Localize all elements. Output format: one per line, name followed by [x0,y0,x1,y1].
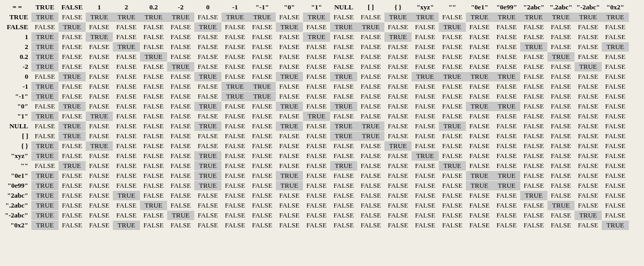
truth-cell: FALSE [249,171,276,180]
truth-cell: FALSE [167,42,194,52]
truth-cell: FALSE [357,141,384,151]
truth-cell: FALSE [575,131,602,141]
truth-cell: FALSE [330,82,357,91]
truth-cell: FALSE [412,82,439,91]
truth-cell: FALSE [221,181,249,190]
truth-cell: FALSE [140,92,167,101]
truth-cell: TRUE [357,22,384,32]
truth-cell: FALSE [547,131,575,141]
truth-cell: FALSE [303,102,330,111]
truth-cell: FALSE [86,62,113,71]
truth-cell: FALSE [221,161,249,171]
truth-cell: TRUE [276,181,303,190]
truth-cell: TRUE [412,151,439,161]
table-row: 2TRUEFALSEFALSETRUEFALSEFALSEFALSEFALSEF… [3,42,629,52]
row-label: [ ] [3,131,31,141]
truth-cell: FALSE [58,42,86,52]
truth-cell: FALSE [58,171,86,180]
truth-cell: FALSE [303,141,330,151]
truth-cell: FALSE [303,171,330,180]
truth-cell: FALSE [58,181,86,190]
row-label: "0" [3,102,31,111]
col-header: "2abc" [520,3,547,12]
truth-cell: FALSE [602,102,629,111]
truth-cell: FALSE [221,201,249,210]
truth-cell: FALSE [276,42,303,52]
truth-cell: FALSE [249,122,276,131]
truth-cell: TRUE [58,161,86,171]
truth-cell: TRUE [384,32,412,42]
truth-cell: TRUE [58,72,86,81]
truth-cell: FALSE [439,32,466,42]
truth-cell: FALSE [384,82,412,91]
truth-cell: FALSE [303,62,330,71]
truth-cell: FALSE [384,62,412,71]
truth-cell: FALSE [86,151,113,161]
truth-cell: TRUE [493,72,520,81]
truth-cell: FALSE [249,62,276,71]
truth-cell: FALSE [276,221,303,230]
truth-cell: FALSE [602,181,629,190]
truth-cell: FALSE [221,122,249,131]
truth-cell: FALSE [276,32,303,42]
truth-cell: TRUE [357,131,384,141]
col-header: [ ] [357,3,384,12]
truth-cell: FALSE [330,221,357,230]
truth-cell: FALSE [330,201,357,210]
truth-cell: FALSE [384,22,412,32]
truth-cell: FALSE [86,122,113,131]
truth-cell: FALSE [249,191,276,200]
truth-cell: FALSE [493,221,520,230]
truth-cell: TRUE [167,13,194,22]
truth-cell: FALSE [575,221,602,230]
truth-cell: FALSE [384,221,412,230]
equality-truth-table: = =TRUEFALSE120.2-20-1"-1""0""1"NULL[ ]{… [3,2,629,231]
truth-cell: FALSE [575,122,602,131]
truth-cell: FALSE [167,112,194,121]
truth-cell: FALSE [221,72,249,81]
truth-cell: FALSE [58,82,86,91]
truth-cell: TRUE [194,72,221,81]
truth-cell: FALSE [493,32,520,42]
truth-cell: FALSE [412,62,439,71]
truth-cell: TRUE [249,92,276,101]
truth-cell: FALSE [167,191,194,200]
truth-cell: FALSE [412,22,439,32]
truth-cell: FALSE [86,221,113,230]
truth-cell: FALSE [466,112,493,121]
truth-cell: TRUE [31,13,58,22]
truth-cell: FALSE [31,72,58,81]
truth-cell: FALSE [31,161,58,171]
truth-cell: FALSE [602,52,629,62]
truth-cell: TRUE [276,122,303,131]
truth-cell: FALSE [547,141,575,151]
truth-cell: FALSE [194,141,221,151]
truth-cell: FALSE [357,42,384,52]
truth-cell: FALSE [330,181,357,190]
truth-cell: FALSE [466,131,493,141]
truth-cell: FALSE [113,82,140,91]
truth-cell: FALSE [167,161,194,171]
table-row: "0x2"TRUEFALSEFALSETRUEFALSEFALSEFALSEFA… [3,221,629,230]
truth-cell: FALSE [140,122,167,131]
truth-cell: FALSE [439,221,466,230]
truth-cell: FALSE [547,22,575,32]
truth-cell: TRUE [249,13,276,22]
truth-cell: FALSE [86,42,113,52]
truth-cell: TRUE [58,122,86,131]
truth-cell: FALSE [602,122,629,131]
truth-cell: FALSE [330,191,357,200]
truth-cell: FALSE [466,22,493,32]
truth-cell: FALSE [575,92,602,101]
truth-cell: FALSE [466,122,493,131]
truth-cell: FALSE [58,32,86,42]
truth-cell: FALSE [303,22,330,32]
truth-cell: FALSE [357,62,384,71]
truth-cell: FALSE [575,201,602,210]
truth-cell: FALSE [249,161,276,171]
truth-cell: FALSE [249,52,276,62]
truth-cell: FALSE [113,32,140,42]
truth-cell: FALSE [520,171,547,180]
truth-cell: TRUE [412,13,439,22]
truth-cell: TRUE [86,141,113,151]
